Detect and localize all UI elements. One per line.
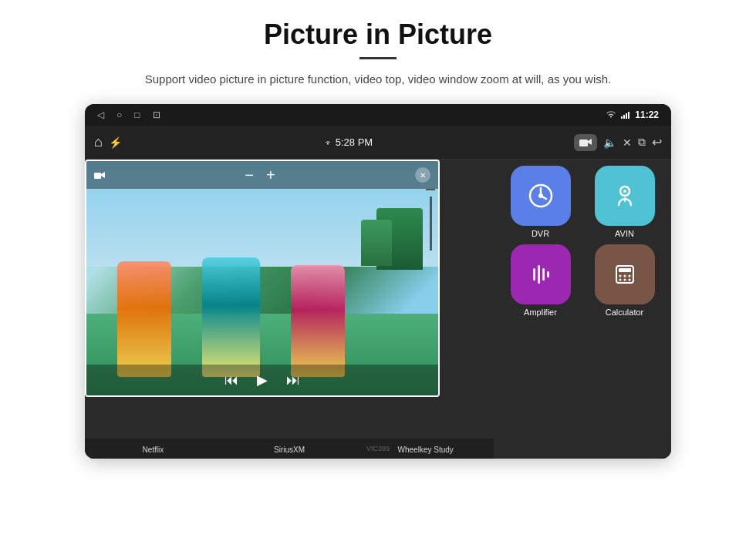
svg-rect-4 (579, 140, 588, 146)
pip-size-controls: − + (245, 166, 275, 184)
svg-point-21 (623, 275, 626, 277)
pip-close-button[interactable]: ✕ (415, 167, 430, 183)
pip-controls: − + ✕ (86, 161, 438, 189)
svg-rect-16 (542, 268, 545, 281)
wifi-icon (606, 111, 616, 119)
svg-rect-1 (623, 115, 625, 119)
pip-playback-controls: ⏮ ▶ ⏭ (86, 365, 438, 395)
title-divider (359, 57, 397, 59)
pip-next-button[interactable]: ⏭ (286, 372, 300, 388)
page-title: Picture in Picture (264, 18, 492, 51)
avin-app-card[interactable]: AVIN (586, 166, 663, 238)
calculator-label: Calculator (606, 308, 644, 317)
nav-back-icon[interactable]: ◁ (97, 109, 104, 120)
svg-point-10 (538, 193, 543, 198)
nav-recent-icon[interactable]: ⊡ (153, 109, 160, 120)
avin-icon[interactable] (595, 166, 655, 226)
status-bar: ◁ ○ □ ⊡ 11:22 (85, 104, 671, 126)
svg-marker-27 (101, 172, 105, 178)
svg-rect-19 (619, 268, 631, 272)
app-bar-right: 🔈 ✕ ⧉ ↩ (574, 134, 662, 151)
calculator-app-card[interactable]: Calculator (586, 244, 663, 317)
svg-rect-17 (547, 271, 549, 277)
app-bar-center: 5:28 PM (323, 136, 373, 148)
avin-label: AVIN (615, 229, 634, 238)
svg-point-20 (619, 275, 621, 277)
svg-point-23 (619, 279, 621, 281)
status-indicators: 11:22 (606, 109, 659, 120)
amplifier-app-card[interactable]: Amplifier (501, 244, 579, 317)
app-bar: ⌂ ⚡ 5:28 PM 🔈 ✕ ⧉ (85, 126, 671, 160)
svg-marker-5 (588, 139, 592, 145)
svg-point-25 (628, 279, 630, 281)
svg-rect-0 (621, 116, 623, 119)
svg-point-12 (623, 190, 626, 193)
netflix-label: Netflix (85, 442, 221, 456)
home-icon[interactable]: ⌂ (94, 134, 103, 150)
pip-camera-icon (94, 171, 105, 179)
svg-rect-14 (533, 268, 535, 281)
status-time: 11:22 (635, 109, 659, 120)
device-frame: ◁ ○ □ ⊡ 11:22 (85, 104, 671, 459)
calculator-icon[interactable] (595, 244, 655, 304)
nav-home-icon[interactable]: ○ (116, 109, 122, 120)
main-area: Netflix SiriusXM Wheelkey Study (85, 160, 671, 459)
app-bar-left: ⌂ ⚡ (94, 134, 122, 150)
siriusxm-label: SiriusXM (221, 442, 358, 456)
pip-window-icon[interactable]: ⧉ (638, 136, 646, 149)
back-arrow-icon[interactable]: ↩ (652, 135, 662, 150)
dvr-label: DVR (532, 229, 549, 238)
pip-prev-button[interactable]: ⏮ (224, 372, 238, 388)
pip-minus[interactable]: − (245, 166, 254, 184)
nav-buttons: ◁ ○ □ ⊡ (97, 109, 160, 120)
dvr-icon[interactable] (511, 166, 571, 226)
right-apps-panel: DVR AVIN (494, 160, 671, 459)
svg-rect-15 (538, 265, 540, 284)
svg-rect-3 (628, 112, 629, 119)
watermark: VIC399 (366, 445, 390, 452)
dvr-app-card[interactable]: DVR (501, 166, 579, 238)
app-bar-time: 5:28 PM (336, 136, 373, 148)
pip-video-content (86, 161, 438, 395)
amplifier-icon[interactable] (511, 244, 571, 304)
pip-overlay[interactable]: − + ✕ ⏮ ▶ ⏭ (85, 160, 440, 397)
camera-button[interactable] (574, 134, 597, 151)
page-container: Picture in Picture Support video picture… (0, 0, 756, 538)
usb-icon: ⚡ (109, 136, 122, 149)
volume-icon[interactable]: 🔈 (603, 136, 616, 149)
pip-play-button[interactable]: ▶ (257, 372, 268, 388)
svg-rect-2 (626, 113, 627, 119)
page-subtitle: Support video picture in picture functio… (145, 70, 611, 89)
signal-icon (621, 111, 630, 119)
wifi-small-icon (323, 139, 332, 146)
svg-rect-26 (94, 173, 101, 179)
svg-point-24 (623, 279, 626, 281)
svg-point-22 (628, 275, 630, 277)
pip-close-icon[interactable]: ✕ (623, 136, 632, 149)
nav-square-icon[interactable]: □ (134, 109, 140, 120)
amplifier-label: Amplifier (524, 308, 557, 317)
pip-plus[interactable]: + (266, 166, 275, 184)
